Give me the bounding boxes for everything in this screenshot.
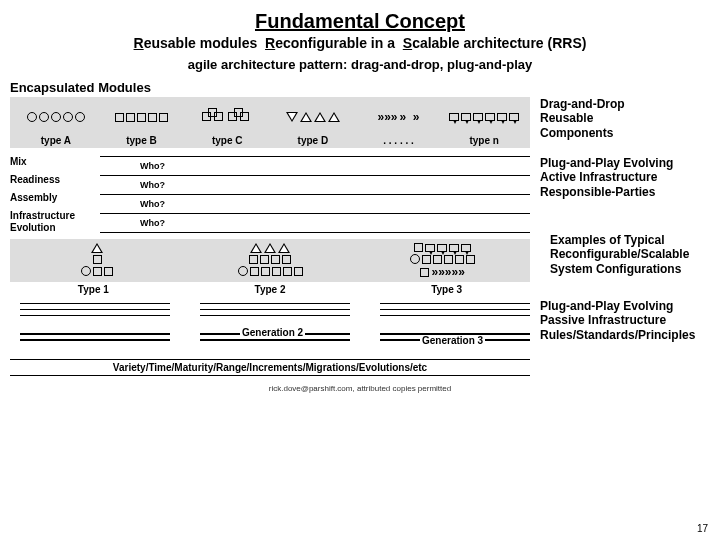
who-label: Who?: [140, 199, 165, 209]
configurations-band: »»»»»: [10, 239, 530, 282]
triangle-down-icon: [286, 112, 298, 122]
slide-subtitle-2: agile architecture pattern: drag-and-dro…: [10, 57, 710, 72]
modules-band: type A type B: [10, 97, 530, 148]
callout-icon: [437, 244, 447, 252]
module-bin-n: type n: [444, 101, 524, 146]
circle-icon: [81, 266, 91, 276]
callout-icon: [485, 113, 495, 121]
generations-diagram: Generation 2 Generation 3: [10, 299, 530, 355]
square-icon: [282, 255, 291, 264]
callout-icon: [473, 113, 483, 121]
bin-label: type A: [41, 135, 71, 146]
bottom-axis: Variety/Time/Maturity/Range/Increments/M…: [10, 359, 530, 376]
triangle-up-icon: [264, 243, 276, 253]
callout-icon: [449, 244, 459, 252]
circle-icon: [27, 112, 37, 122]
triangle-up-icon: [314, 112, 326, 122]
module-bin-c: type C: [187, 101, 267, 146]
generation-label: Generation 3: [420, 335, 485, 346]
callout-icon: [449, 113, 459, 121]
footer-attribution: rick.dove@parshift.com, attributed copie…: [10, 384, 710, 393]
bin-label: type B: [126, 135, 157, 146]
triangle-up-icon: [300, 112, 312, 122]
square-icon: [466, 255, 475, 264]
slide-subtitle: Reusable modules Reconfigurable in a Sca…: [10, 35, 710, 51]
type-label: Type 3: [431, 284, 462, 295]
chevron-right-icon: » »: [400, 111, 420, 123]
bin-label: type D: [298, 135, 329, 146]
triangle-up-icon: [250, 243, 262, 253]
circle-icon: [63, 112, 73, 122]
who-label: Who?: [140, 161, 165, 171]
circle-icon: [238, 266, 248, 276]
config-type-1: [16, 243, 179, 278]
triangle-up-icon: [278, 243, 290, 253]
callout-icon: [497, 113, 507, 121]
module-bin-a: type A: [16, 101, 96, 146]
circle-icon: [75, 112, 85, 122]
callout-icon: [425, 244, 435, 252]
triangle-up-icon: [91, 243, 103, 253]
square-icon: [115, 113, 124, 122]
square-icon: [444, 255, 453, 264]
circle-icon: [51, 112, 61, 122]
square-icon: [93, 267, 102, 276]
page-number: 17: [697, 523, 708, 534]
callout-icon: [461, 244, 471, 252]
square-icon: [260, 255, 269, 264]
chevron-right-icon: »»»: [378, 111, 398, 123]
square-icon: [104, 267, 113, 276]
config-type-3: »»»»»: [361, 243, 524, 278]
square-icon: [414, 243, 423, 252]
infra-row-mix: Mix: [10, 156, 100, 174]
square-icon: [126, 113, 135, 122]
examples-label: Examples of Typical Reconfigurable/Scala…: [540, 233, 710, 276]
infrastructure-table: Mix Readiness Assembly InfrastructureEvo…: [10, 156, 710, 233]
square-icon: [137, 113, 146, 122]
type-labels: Type 1 Type 2 Type 3: [10, 284, 530, 295]
circle-icon: [39, 112, 49, 122]
infra-row-evolution: InfrastructureEvolution: [10, 210, 100, 228]
square-icon: [294, 267, 303, 276]
infra-row-assembly: Assembly: [10, 192, 100, 210]
square-icon: [148, 113, 157, 122]
triangle-up-icon: [328, 112, 340, 122]
bin-label: type n: [469, 135, 498, 146]
circle-icon: [410, 254, 420, 264]
drag-drop-label: Drag-and-Drop Reusable Components: [540, 97, 625, 140]
square-icon: [159, 113, 168, 122]
plug-play-passive-label: Plug-and-Play Evolving Passive Infrastru…: [540, 299, 710, 342]
square-icon: [455, 255, 464, 264]
generation-label: Generation 2: [240, 327, 305, 338]
square-icon: [433, 255, 442, 264]
bin-label: . . . . . .: [383, 135, 414, 146]
module-bin-b: type B: [102, 101, 182, 146]
chevron-right-icon: »»»»»: [431, 266, 464, 278]
type-label: Type 2: [255, 284, 286, 295]
module-bin-d: type D: [273, 101, 353, 146]
square-icon: [283, 267, 292, 276]
modules-header: Encapsulated Modules: [10, 80, 710, 95]
slide-title: Fundamental Concept: [10, 10, 710, 33]
square-icon: [271, 255, 280, 264]
type-label: Type 1: [78, 284, 109, 295]
stacked-squares-icon: [202, 108, 226, 126]
square-icon: [93, 255, 102, 264]
plug-play-active-label: Plug-and-Play Evolving Active Infrastruc…: [530, 156, 710, 199]
callout-icon: [461, 113, 471, 121]
square-icon: [422, 255, 431, 264]
square-icon: [250, 267, 259, 276]
callout-icon: [509, 113, 519, 121]
square-icon: [249, 255, 258, 264]
who-label: Who?: [140, 180, 165, 190]
bin-label: type C: [212, 135, 243, 146]
who-label: Who?: [140, 218, 165, 228]
module-bin-dots: »»» » » . . . . . .: [359, 101, 439, 146]
square-icon: [261, 267, 270, 276]
square-icon: [272, 267, 281, 276]
square-icon: [420, 268, 429, 277]
infra-row-readiness: Readiness: [10, 174, 100, 192]
config-type-2: [189, 243, 352, 278]
stacked-squares-icon: [228, 108, 252, 126]
